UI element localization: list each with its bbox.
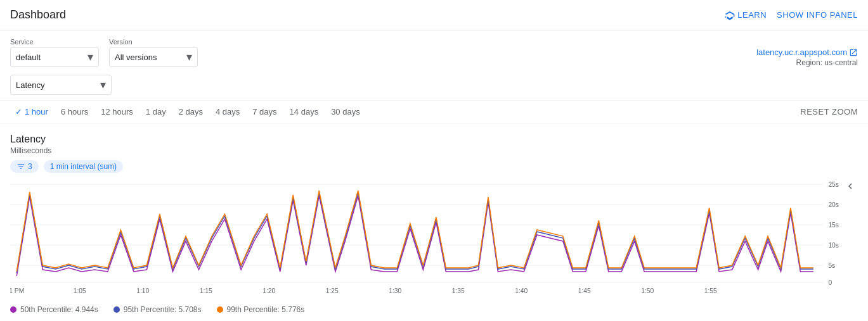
- metric-selector[interactable]: Latency Traffic Errors ▾: [10, 75, 112, 95]
- time-option-30days[interactable]: 30 days: [326, 104, 365, 119]
- time-option-1hour[interactable]: ✓ 1 hour: [10, 104, 53, 119]
- learn-icon: [725, 10, 735, 20]
- header-actions: LEARN SHOW INFO PANEL: [725, 10, 858, 20]
- legend-item-p50: 50th Percentile: 4.944s: [10, 305, 98, 314]
- legend-label-p99: 99th Percentile: 5.776s: [227, 305, 305, 314]
- show-info-panel-button[interactable]: SHOW INFO PANEL: [777, 10, 858, 20]
- svg-text:1:50: 1:50: [641, 287, 654, 294]
- service-group: Service default worker api ▾: [10, 38, 99, 67]
- chart-svg-container: 25s 20s 15s 10s 5s 0 1 PM 1:05 1:10 1:15…: [10, 178, 843, 300]
- time-option-14days[interactable]: 14 days: [285, 104, 324, 119]
- metric-select[interactable]: Latency Traffic Errors: [16, 80, 98, 90]
- region-text: Region: us-central: [756, 58, 858, 67]
- legend-label-p95: 95th Percentile: 5.708s: [124, 305, 202, 314]
- legend: 50th Percentile: 4.944s 95th Percentile:…: [10, 300, 858, 317]
- svg-text:0: 0: [828, 279, 832, 286]
- chart-title: Latency: [10, 134, 858, 145]
- svg-text:1:30: 1:30: [389, 287, 401, 294]
- service-chevron-icon: ▾: [87, 50, 93, 64]
- header: Dashboard LEARN SHOW INFO PANEL: [0, 0, 868, 30]
- version-label: Version: [109, 38, 198, 46]
- page-title: Dashboard: [10, 8, 66, 22]
- controls-right: latency.uc.r.appspot.com Region: us-cent…: [756, 47, 858, 67]
- chart-container: Latency Milliseconds 3 1 min interval (s…: [0, 123, 868, 317]
- interval-chip[interactable]: 1 min interval (sum): [44, 160, 123, 173]
- filter-icon: [16, 162, 25, 171]
- time-option-2days[interactable]: 2 days: [174, 104, 208, 119]
- legend-item-p99: 99th Percentile: 5.776s: [217, 305, 305, 314]
- svg-text:1:20: 1:20: [262, 287, 275, 294]
- svg-text:1:15: 1:15: [200, 287, 212, 294]
- chart-subtitle: Milliseconds: [10, 146, 858, 155]
- service-selector[interactable]: default worker api ▾: [10, 47, 99, 67]
- time-option-1day[interactable]: 1 day: [141, 104, 171, 119]
- time-option-7days[interactable]: 7 days: [247, 104, 282, 119]
- chart-controls: 3 1 min interval (sum): [10, 160, 858, 173]
- svg-text:15s: 15s: [828, 222, 839, 229]
- svg-text:5s: 5s: [828, 262, 835, 269]
- filter-chip[interactable]: 3: [10, 160, 39, 173]
- legend-dot-p95: [113, 306, 120, 313]
- svg-text:10s: 10s: [828, 242, 839, 249]
- reset-zoom-button[interactable]: RESET ZOOM: [800, 107, 858, 116]
- legend-dot-p99: [217, 306, 223, 313]
- controls-bar: Service default worker api ▾ Version All…: [0, 30, 868, 72]
- legend-label-p50: 50th Percentile: 4.944s: [20, 305, 98, 314]
- service-label: Service: [10, 38, 99, 46]
- svg-text:25s: 25s: [828, 181, 839, 188]
- chart-collapse-button[interactable]: [843, 180, 858, 192]
- svg-text:1:35: 1:35: [452, 287, 465, 294]
- metric-selector-row: Latency Traffic Errors ▾: [0, 72, 868, 100]
- svg-text:20s: 20s: [828, 201, 839, 208]
- learn-button[interactable]: LEARN: [725, 10, 767, 20]
- svg-text:1:40: 1:40: [515, 287, 528, 294]
- time-option-12hours[interactable]: 12 hours: [96, 104, 138, 119]
- chart-area-wrapper: 25s 20s 15s 10s 5s 0 1 PM 1:05 1:10 1:15…: [10, 178, 858, 300]
- legend-dot-p50: [10, 306, 16, 313]
- version-chevron-icon: ▾: [186, 50, 192, 64]
- external-link-icon: [849, 48, 858, 57]
- service-select[interactable]: default worker api: [16, 53, 85, 62]
- time-options: ✓ 1 hour 6 hours 12 hours 1 day 2 days 4…: [10, 104, 365, 119]
- svg-text:1:10: 1:10: [136, 287, 149, 294]
- time-option-4days[interactable]: 4 days: [211, 104, 245, 119]
- chart-svg: 25s 20s 15s 10s 5s 0 1 PM 1:05 1:10 1:15…: [10, 178, 843, 298]
- legend-item-p95: 95th Percentile: 5.708s: [113, 305, 202, 314]
- external-link[interactable]: latency.uc.r.appspot.com: [756, 47, 858, 57]
- version-selector[interactable]: All versions v1 v2 ▾: [109, 47, 198, 67]
- metric-chevron-icon: ▾: [100, 78, 106, 92]
- version-group: Version All versions v1 v2 ▾: [109, 38, 198, 67]
- svg-text:1:05: 1:05: [74, 287, 86, 294]
- svg-text:1 PM: 1 PM: [10, 287, 24, 294]
- svg-text:1:45: 1:45: [578, 287, 591, 294]
- time-option-6hours[interactable]: 6 hours: [56, 104, 93, 119]
- time-range-bar: ✓ 1 hour 6 hours 12 hours 1 day 2 days 4…: [0, 100, 868, 123]
- check-icon: ✓: [15, 107, 22, 116]
- svg-text:1:55: 1:55: [704, 287, 717, 294]
- controls-left: Service default worker api ▾ Version All…: [10, 38, 198, 67]
- chevron-left-icon: [845, 180, 856, 192]
- version-select[interactable]: All versions v1 v2: [115, 53, 184, 62]
- svg-text:1:25: 1:25: [326, 287, 339, 294]
